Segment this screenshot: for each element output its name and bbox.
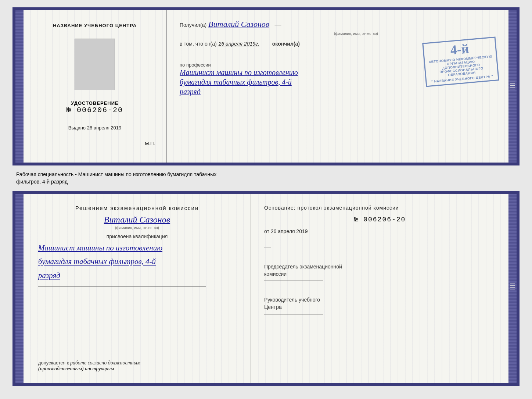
stamp-overlay: 4-й АВТОНОМНУЮ НЕКОММЕРЧЕСКУЮ ОРГАНИЗАЦИ…: [422, 37, 499, 87]
director-label-1: Руководитель учебного: [264, 297, 320, 303]
cert-issued-block: Выдано 26 апреля 2019: [68, 125, 121, 131]
chairman-label-2: комиссии: [264, 271, 287, 277]
spine-bottom-right: [508, 194, 517, 383]
basis-label: Основание: протокол экзаменационной коми…: [264, 205, 496, 211]
spine-bottom-left: [15, 194, 24, 383]
cert-number-value: № 006206-20: [66, 106, 123, 114]
issued-date: 26 апреля 2019: [87, 125, 122, 131]
photo-placeholder: [75, 39, 115, 90]
admission-value: работе согласно должностным: [70, 360, 140, 366]
admission-text: допускается к работе согласно должностны…: [38, 360, 236, 366]
protocol-date-value: 26 апреля 2019: [271, 228, 308, 234]
cert-bottom-right-panel: Основание: протокол экзаменационной коми…: [251, 194, 508, 383]
admission-prefix: допускается к: [38, 360, 69, 366]
director-sig-line: [264, 314, 323, 314]
qualification-value-1: Машинист машины по изготовлению: [38, 243, 236, 253]
chairman-label-1: Председатель экзаменационной: [264, 264, 342, 270]
certify-suffix: окончил(а): [272, 41, 300, 47]
stamp-big-text: 4-й: [450, 42, 470, 57]
bottom-certificate: Решением экзаменационной комиссии Витали…: [12, 191, 520, 386]
top-certificate: НАЗВАНИЕ УЧЕБНОГО ЦЕНТРА УДОСТОВЕРЕНИЕ №…: [12, 7, 520, 165]
spine-left: [15, 10, 24, 163]
protocol-number: № 006206-20: [264, 216, 496, 223]
cert-bottom-left-panel: Решением экзаменационной комиссии Витали…: [24, 194, 251, 383]
admission-value-2: (производственным) инструкциям: [38, 366, 236, 372]
mp-label: М.П.: [145, 141, 155, 146]
protocol-date-prefix: от: [264, 228, 269, 234]
cert-number-block: УДОСТОВЕРЕНИЕ № 006206-20: [66, 100, 123, 114]
person-name: Виталий Сазонов: [38, 215, 236, 225]
certify-date: 26 апреля 2019г.: [219, 41, 259, 47]
chairman-sig-line: [264, 281, 323, 281]
label-text-2: фильтров, 4-й разряд: [16, 179, 68, 185]
qualification-value-3: разряд: [38, 271, 236, 281]
received-prefix: Получил(а): [180, 22, 206, 28]
label-between: Рабочая специальность - Машинист машины …: [12, 169, 520, 187]
recipient-subtitle: (фамилия, имя, отчество): [334, 32, 378, 36]
profession-name-3: разряд: [180, 87, 496, 96]
recipient-name: Виталий Сазонов: [208, 19, 269, 29]
spine-right: [508, 10, 517, 163]
cert-left-panel: НАЗВАНИЕ УЧЕБНОГО ЦЕНТРА УДОСТОВЕРЕНИЕ №…: [24, 10, 167, 163]
protocol-date: от 26 апреля 2019: [264, 228, 496, 234]
qualification-value-2: бумагидля табачных фильтров, 4-й: [38, 257, 236, 267]
decision-title: Решением экзаменационной комиссии: [38, 205, 236, 211]
recipient-line: Получил(а) Виталий Сазонов —: [180, 19, 496, 29]
cert-number-label: УДОСТОВЕРЕНИЕ: [66, 100, 123, 106]
cert-right-panel: Получил(а) Виталий Сазонов — (фамилия, и…: [167, 10, 508, 163]
issued-label: Выдано: [68, 125, 86, 131]
label-text-1: Рабочая специальность - Машинист машины …: [16, 171, 216, 177]
director-label-2: Центра: [264, 304, 282, 310]
certify-prefix: в том, что он(а): [180, 41, 217, 47]
cert-title: НАЗВАНИЕ УЧЕБНОГО ЦЕНТРА: [53, 23, 137, 28]
director-label: Руководитель учебного Центра: [264, 296, 496, 311]
chairman-label: Председатель экзаменационной комиссии: [264, 263, 496, 278]
qualification-label: присвоена квалификация: [38, 234, 236, 239]
person-subtitle: (фамилия, имя, отчество): [38, 226, 236, 230]
